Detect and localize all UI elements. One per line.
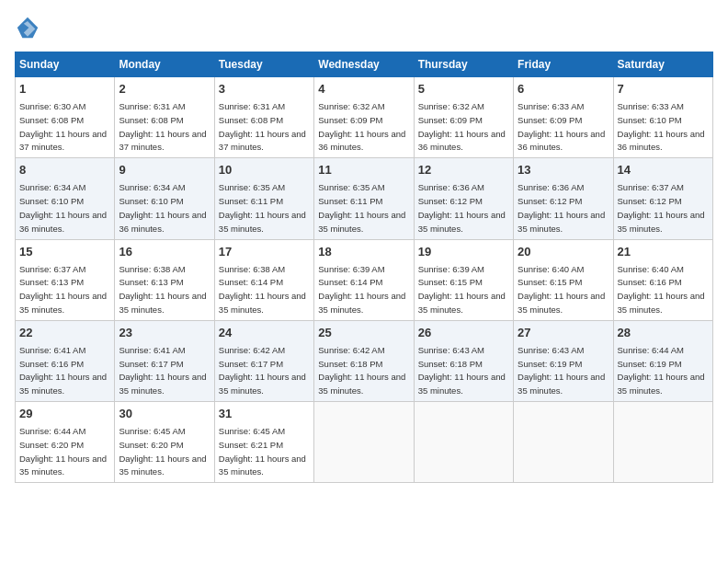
table-row: 19 Sunrise: 6:39 AMSunset: 6:15 PMDaylig… bbox=[414, 239, 513, 320]
table-row: 11 Sunrise: 6:35 AMSunset: 6:11 PMDaylig… bbox=[314, 158, 414, 239]
table-row: 10 Sunrise: 6:35 AMSunset: 6:11 PMDaylig… bbox=[214, 158, 313, 239]
day-number: 14 bbox=[618, 162, 709, 178]
table-row: 28 Sunrise: 6:44 AMSunset: 6:19 PMDaylig… bbox=[613, 320, 712, 401]
calendar-table: Sunday Monday Tuesday Wednesday Thursday… bbox=[15, 52, 713, 483]
day-info: Sunrise: 6:32 AMSunset: 6:09 PMDaylight:… bbox=[418, 101, 506, 152]
day-info: Sunrise: 6:39 AMSunset: 6:14 PMDaylight:… bbox=[318, 264, 405, 315]
logo-icon bbox=[15, 15, 40, 40]
page-header bbox=[15, 15, 713, 40]
day-info: Sunrise: 6:33 AMSunset: 6:09 PMDaylight:… bbox=[518, 101, 605, 152]
table-row: 18 Sunrise: 6:39 AMSunset: 6:14 PMDaylig… bbox=[314, 239, 414, 320]
table-row: 30 Sunrise: 6:45 AMSunset: 6:20 PMDaylig… bbox=[115, 402, 214, 483]
day-info: Sunrise: 6:41 AMSunset: 6:17 PMDaylight:… bbox=[119, 345, 206, 396]
day-info: Sunrise: 6:42 AMSunset: 6:18 PMDaylight:… bbox=[318, 345, 405, 396]
table-row: 3 Sunrise: 6:31 AMSunset: 6:08 PMDayligh… bbox=[214, 77, 313, 158]
day-number: 28 bbox=[618, 325, 709, 341]
col-wednesday: Wednesday bbox=[314, 52, 414, 77]
calendar-body: 1 Sunrise: 6:30 AMSunset: 6:08 PMDayligh… bbox=[16, 77, 713, 483]
day-number: 4 bbox=[318, 81, 409, 98]
days-of-week-row: Sunday Monday Tuesday Wednesday Thursday… bbox=[16, 52, 713, 77]
calendar-week-row: 1 Sunrise: 6:30 AMSunset: 6:08 PMDayligh… bbox=[16, 77, 713, 158]
day-number: 31 bbox=[219, 406, 310, 422]
day-info: Sunrise: 6:35 AMSunset: 6:11 PMDaylight:… bbox=[219, 182, 306, 233]
day-info: Sunrise: 6:40 AMSunset: 6:16 PMDaylight:… bbox=[618, 264, 705, 315]
table-row: 16 Sunrise: 6:38 AMSunset: 6:13 PMDaylig… bbox=[115, 239, 214, 320]
col-saturday: Saturday bbox=[613, 52, 712, 77]
calendar-week-row: 8 Sunrise: 6:34 AMSunset: 6:10 PMDayligh… bbox=[16, 158, 713, 239]
table-row: 27 Sunrise: 6:43 AMSunset: 6:19 PMDaylig… bbox=[514, 320, 613, 401]
day-number: 23 bbox=[119, 325, 210, 341]
day-info: Sunrise: 6:36 AMSunset: 6:12 PMDaylight:… bbox=[418, 182, 506, 233]
table-row: 14 Sunrise: 6:37 AMSunset: 6:12 PMDaylig… bbox=[613, 158, 712, 239]
day-info: Sunrise: 6:35 AMSunset: 6:11 PMDaylight:… bbox=[318, 182, 405, 233]
table-row: 1 Sunrise: 6:30 AMSunset: 6:08 PMDayligh… bbox=[16, 77, 115, 158]
day-number: 9 bbox=[119, 162, 210, 178]
col-friday: Friday bbox=[514, 52, 613, 77]
table-row bbox=[414, 402, 513, 483]
day-info: Sunrise: 6:45 AMSunset: 6:20 PMDaylight:… bbox=[119, 426, 206, 477]
table-row: 23 Sunrise: 6:41 AMSunset: 6:17 PMDaylig… bbox=[115, 320, 214, 401]
table-row: 24 Sunrise: 6:42 AMSunset: 6:17 PMDaylig… bbox=[214, 320, 313, 401]
day-info: Sunrise: 6:36 AMSunset: 6:12 PMDaylight:… bbox=[518, 182, 605, 233]
table-row: 5 Sunrise: 6:32 AMSunset: 6:09 PMDayligh… bbox=[414, 77, 513, 158]
day-number: 30 bbox=[119, 406, 210, 422]
day-number: 22 bbox=[19, 325, 110, 341]
day-number: 11 bbox=[318, 162, 409, 178]
day-number: 19 bbox=[418, 244, 509, 260]
col-sunday: Sunday bbox=[16, 52, 115, 77]
day-info: Sunrise: 6:34 AMSunset: 6:10 PMDaylight:… bbox=[119, 182, 206, 233]
table-row: 4 Sunrise: 6:32 AMSunset: 6:09 PMDayligh… bbox=[314, 77, 414, 158]
day-info: Sunrise: 6:38 AMSunset: 6:13 PMDaylight:… bbox=[119, 264, 206, 315]
day-number: 18 bbox=[318, 244, 409, 260]
day-number: 15 bbox=[19, 244, 110, 260]
table-row bbox=[613, 402, 712, 483]
table-row: 13 Sunrise: 6:36 AMSunset: 6:12 PMDaylig… bbox=[514, 158, 613, 239]
day-number: 12 bbox=[418, 162, 509, 178]
table-row: 31 Sunrise: 6:45 AMSunset: 6:21 PMDaylig… bbox=[214, 402, 313, 483]
day-info: Sunrise: 6:33 AMSunset: 6:10 PMDaylight:… bbox=[618, 101, 705, 152]
table-row: 20 Sunrise: 6:40 AMSunset: 6:15 PMDaylig… bbox=[514, 239, 613, 320]
day-number: 8 bbox=[19, 162, 110, 178]
col-monday: Monday bbox=[115, 52, 214, 77]
day-info: Sunrise: 6:31 AMSunset: 6:08 PMDaylight:… bbox=[119, 101, 206, 152]
day-info: Sunrise: 6:37 AMSunset: 6:13 PMDaylight:… bbox=[19, 264, 107, 315]
day-number: 10 bbox=[219, 162, 310, 178]
table-row: 9 Sunrise: 6:34 AMSunset: 6:10 PMDayligh… bbox=[115, 158, 214, 239]
day-info: Sunrise: 6:34 AMSunset: 6:10 PMDaylight:… bbox=[19, 182, 107, 233]
table-row: 22 Sunrise: 6:41 AMSunset: 6:16 PMDaylig… bbox=[16, 320, 115, 401]
table-row: 6 Sunrise: 6:33 AMSunset: 6:09 PMDayligh… bbox=[514, 77, 613, 158]
day-info: Sunrise: 6:30 AMSunset: 6:08 PMDaylight:… bbox=[19, 101, 107, 152]
day-info: Sunrise: 6:44 AMSunset: 6:20 PMDaylight:… bbox=[19, 426, 107, 477]
table-row bbox=[314, 402, 414, 483]
day-info: Sunrise: 6:45 AMSunset: 6:21 PMDaylight:… bbox=[219, 426, 306, 477]
day-info: Sunrise: 6:37 AMSunset: 6:12 PMDaylight:… bbox=[618, 182, 705, 233]
day-info: Sunrise: 6:40 AMSunset: 6:15 PMDaylight:… bbox=[518, 264, 605, 315]
table-row: 26 Sunrise: 6:43 AMSunset: 6:18 PMDaylig… bbox=[414, 320, 513, 401]
col-tuesday: Tuesday bbox=[214, 52, 313, 77]
day-number: 5 bbox=[418, 81, 509, 98]
calendar-week-row: 22 Sunrise: 6:41 AMSunset: 6:16 PMDaylig… bbox=[16, 320, 713, 401]
day-number: 29 bbox=[19, 406, 110, 422]
calendar-week-row: 29 Sunrise: 6:44 AMSunset: 6:20 PMDaylig… bbox=[16, 402, 713, 483]
day-info: Sunrise: 6:31 AMSunset: 6:08 PMDaylight:… bbox=[219, 101, 306, 152]
day-info: Sunrise: 6:42 AMSunset: 6:17 PMDaylight:… bbox=[219, 345, 306, 396]
table-row: 29 Sunrise: 6:44 AMSunset: 6:20 PMDaylig… bbox=[16, 402, 115, 483]
day-info: Sunrise: 6:43 AMSunset: 6:18 PMDaylight:… bbox=[418, 345, 506, 396]
day-number: 26 bbox=[418, 325, 509, 341]
day-number: 1 bbox=[19, 81, 110, 98]
day-number: 25 bbox=[318, 325, 409, 341]
day-number: 3 bbox=[219, 81, 310, 98]
table-row: 2 Sunrise: 6:31 AMSunset: 6:08 PMDayligh… bbox=[115, 77, 214, 158]
day-info: Sunrise: 6:39 AMSunset: 6:15 PMDaylight:… bbox=[418, 264, 506, 315]
table-row: 17 Sunrise: 6:38 AMSunset: 6:14 PMDaylig… bbox=[214, 239, 313, 320]
day-number: 21 bbox=[618, 244, 709, 260]
day-number: 13 bbox=[518, 162, 609, 178]
day-info: Sunrise: 6:38 AMSunset: 6:14 PMDaylight:… bbox=[219, 264, 306, 315]
table-row: 8 Sunrise: 6:34 AMSunset: 6:10 PMDayligh… bbox=[16, 158, 115, 239]
logo bbox=[15, 15, 44, 40]
table-row: 7 Sunrise: 6:33 AMSunset: 6:10 PMDayligh… bbox=[613, 77, 712, 158]
day-info: Sunrise: 6:41 AMSunset: 6:16 PMDaylight:… bbox=[19, 345, 107, 396]
day-number: 16 bbox=[119, 244, 210, 260]
col-thursday: Thursday bbox=[414, 52, 513, 77]
table-row: 12 Sunrise: 6:36 AMSunset: 6:12 PMDaylig… bbox=[414, 158, 513, 239]
